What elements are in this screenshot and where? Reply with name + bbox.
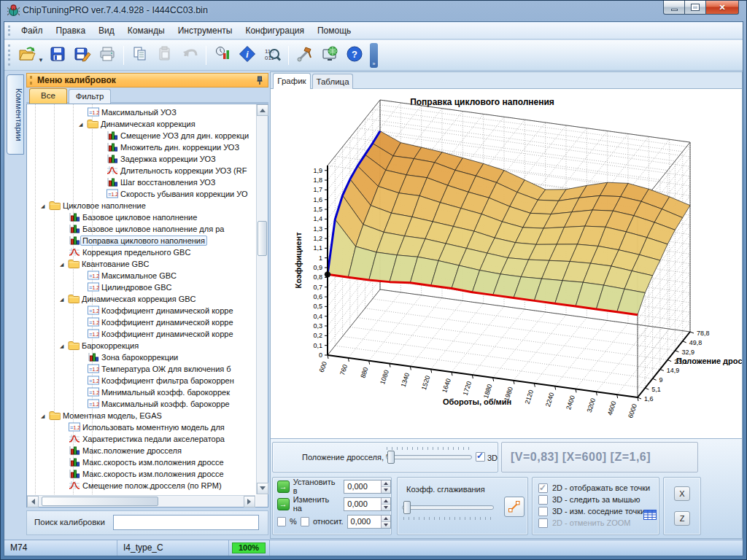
- tree-item-label[interactable]: Макс.скорость изм.положения дроссе: [82, 470, 224, 478]
- chart-stats-button[interactable]: [211, 44, 234, 67]
- surface-chart[interactable]: Поправка циклового наполнения00,10,20,30…: [271, 90, 742, 440]
- tree-item-label[interactable]: Минимальный коэфф. барокоррек: [101, 388, 230, 397]
- tree-item[interactable]: Характеристика педали акселератора: [28, 433, 255, 445]
- tree-item-label[interactable]: Максимальный коэфф. барокорре: [101, 400, 230, 408]
- title-bar[interactable]: ChipTuningPRO ver.7.4.4.928 - I444CC03.b…: [1, 1, 746, 21]
- tree-item-label[interactable]: Базовое цикловое наполнение для ра: [82, 225, 224, 233]
- tree-item[interactable]: =1.2Максимальный УОЗ: [28, 106, 255, 118]
- tree-item[interactable]: ◢Динамическая коррекция GBC: [28, 293, 255, 305]
- option-checkbox[interactable]: [538, 507, 548, 516]
- spin-up-icon[interactable]: [382, 516, 390, 522]
- tree-item-label[interactable]: Скорость убывания коррекции УО: [120, 190, 248, 198]
- tree-item[interactable]: Множитель дин. коррекции УОЗ: [28, 141, 255, 153]
- tab-all[interactable]: Все: [29, 88, 67, 104]
- tree-item-label[interactable]: Квантование GBC: [82, 260, 149, 268]
- tree-item-label[interactable]: Смещение полож.дросселя (по RPM): [82, 481, 222, 490]
- set-spinner[interactable]: 0,000: [344, 480, 391, 494]
- tree-item[interactable]: =1.2Коэффициент динамической корре: [28, 305, 255, 316]
- tree-vscroll-thumb[interactable]: [258, 221, 267, 256]
- tree-item[interactable]: Макс.скорость изм.положения дроссе: [28, 468, 255, 480]
- tree-item[interactable]: Длительность коррекции УОЗ (RF: [28, 165, 255, 176]
- tree-item[interactable]: =1.2Цилиндровое GBC: [28, 281, 255, 293]
- expand-arrow-icon[interactable]: ◢: [60, 341, 68, 352]
- apply-set-button[interactable]: →: [277, 481, 290, 493]
- tree-item-label[interactable]: Использовать моментную модель для: [82, 423, 225, 432]
- tree-item-label[interactable]: Зона барокоррекции: [101, 353, 178, 362]
- tree-item-label[interactable]: Моментная модель, EGAS: [63, 411, 162, 420]
- change-spinner[interactable]: 0,000: [344, 497, 391, 511]
- scroll-down-button[interactable]: [257, 483, 268, 494]
- tree-item[interactable]: Шаг восстановления УОЗ: [28, 176, 255, 188]
- apply-change-button[interactable]: →: [277, 498, 290, 510]
- menu-item[interactable]: Инструменты: [171, 23, 239, 39]
- paste-button[interactable]: [153, 44, 177, 67]
- expand-arrow-icon[interactable]: ◢: [60, 294, 68, 306]
- grid-cells-icon[interactable]: [643, 510, 657, 523]
- tree-item[interactable]: Коррекция предельного GBC: [28, 246, 255, 258]
- tree-item[interactable]: Макс.положение дросселя: [28, 445, 255, 456]
- menu-item[interactable]: Вид: [92, 23, 121, 39]
- maximize-button[interactable]: [685, 1, 705, 15]
- hex-view-button[interactable]: 110011: [260, 44, 284, 67]
- option-checkbox[interactable]: [538, 495, 548, 505]
- tree-item-label[interactable]: Максимальный УОЗ: [101, 108, 177, 117]
- tree-item-label[interactable]: Динамическая коррекция GBC: [82, 295, 196, 303]
- tree-item-label[interactable]: Макс.положение дросселя: [82, 446, 182, 455]
- menu-item[interactable]: Файл: [15, 23, 50, 39]
- tree-item-label[interactable]: Смещение УОЗ для дин. коррекци: [120, 131, 249, 140]
- comments-tab[interactable]: Комментарии: [7, 74, 24, 155]
- info-button[interactable]: i: [236, 44, 259, 67]
- spin-down-icon[interactable]: [382, 522, 390, 528]
- smoothing-apply-button[interactable]: [504, 497, 525, 517]
- expand-arrow-icon[interactable]: ◢: [41, 201, 49, 212]
- open-dropdown-icon[interactable]: ▼: [38, 57, 44, 63]
- tree-item[interactable]: =1.2Максимальное GBC: [28, 270, 255, 281]
- option-checkbox[interactable]: [538, 518, 548, 528]
- tree-item-label[interactable]: Коэффициент фильтра барокоррен: [101, 376, 234, 385]
- tab-filter[interactable]: Фильтр: [69, 89, 111, 104]
- tree-item-label[interactable]: Множитель дин. коррекции УОЗ: [120, 143, 239, 152]
- tree-item[interactable]: =1.2Коэффициент динамической корре: [28, 316, 255, 328]
- menu-item[interactable]: Команды: [121, 23, 171, 39]
- undo-button[interactable]: [178, 44, 201, 67]
- tree-item-label[interactable]: Базовое цикловое наполнение: [82, 213, 197, 222]
- 3d-checkbox[interactable]: [476, 452, 485, 462]
- tree-item[interactable]: ◢Барокоррекция: [28, 340, 255, 351]
- tree-item-label[interactable]: Поправка циклового наполнения: [80, 236, 207, 246]
- expand-arrow-icon[interactable]: ◢: [41, 411, 49, 422]
- tree-item[interactable]: Макс.скорость изм.положения дроссе: [28, 456, 255, 468]
- tree-hscroll-thumb[interactable]: [42, 497, 158, 506]
- tree-item[interactable]: ◢Моментная модель, EGAS: [28, 410, 255, 421]
- tree-vertical-scrollbar[interactable]: [256, 104, 268, 494]
- scroll-up-button[interactable]: [257, 104, 268, 116]
- tree-item[interactable]: Смещение УОЗ для дин. коррекци: [28, 130, 255, 141]
- tree-item-label[interactable]: Макс.скорость изм.положения дроссе: [82, 458, 224, 467]
- tree-item[interactable]: Базовое цикловое наполнение для ра: [28, 223, 255, 235]
- percent-checkbox[interactable]: [277, 517, 286, 526]
- relative-spinner[interactable]: 0,000: [347, 515, 391, 529]
- tree-item[interactable]: ◢Динамическая коррекция: [28, 118, 255, 130]
- tree-item[interactable]: ◢Цикловое наполнение: [28, 200, 255, 211]
- spin-down-icon[interactable]: [382, 487, 390, 493]
- tree-item[interactable]: Зона барокоррекции: [28, 351, 255, 363]
- tree-item-label[interactable]: Длительность коррекции УОЗ (RF: [120, 166, 247, 175]
- tree-item[interactable]: Задержка коррекции УОЗ: [28, 153, 255, 165]
- tree-item[interactable]: =1.2Минимальный коэфф. барокоррек: [28, 386, 255, 398]
- relative-checkbox[interactable]: [301, 517, 309, 526]
- smoothing-slider-track[interactable]: [402, 505, 494, 510]
- tree-item-label[interactable]: Задержка коррекции УОЗ: [120, 155, 216, 163]
- tree-item[interactable]: =1.2Максимальный коэфф. барокорре: [28, 398, 255, 410]
- tree-item-label[interactable]: Цикловое наполнение: [63, 201, 146, 210]
- save-as-button[interactable]: [71, 44, 94, 67]
- tree-item-label[interactable]: Максимальное GBC: [101, 271, 177, 280]
- smoothing-slider-thumb[interactable]: [403, 501, 411, 514]
- tree-item[interactable]: ◢Квантование GBC: [28, 258, 255, 270]
- tree-item-label[interactable]: Коэффициент динамической корре: [101, 330, 233, 338]
- tree-item[interactable]: =1.2Температура ОЖ для включения б: [28, 363, 255, 375]
- open-button[interactable]: [15, 44, 39, 67]
- tree-item[interactable]: =1.2Скорость убывания коррекции УО: [28, 188, 255, 200]
- expand-arrow-icon[interactable]: ◢: [79, 119, 87, 131]
- tree-item-label[interactable]: Барокоррекция: [82, 341, 139, 350]
- spin-up-icon[interactable]: [382, 498, 390, 505]
- tree-item-label[interactable]: Динамическая коррекция: [101, 120, 196, 128]
